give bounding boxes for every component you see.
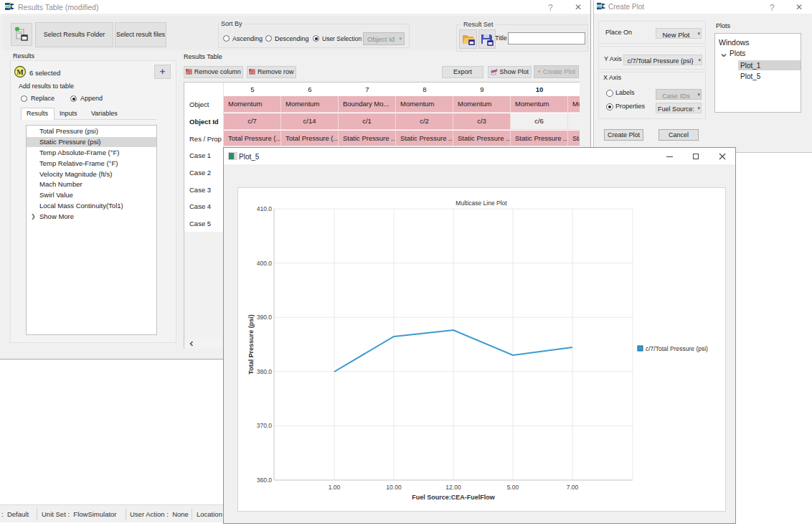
svg-text:400.0: 400.0 xyxy=(257,260,273,267)
svg-text:Multicase Line Plot: Multicase Line Plot xyxy=(455,199,507,207)
svg-text:c/7/Total Pressure (psi): c/7/Total Pressure (psi) xyxy=(646,345,708,352)
svg-text:7.00: 7.00 xyxy=(567,484,579,491)
svg-text:10.00: 10.00 xyxy=(386,484,402,491)
svg-text:5.00: 5.00 xyxy=(507,484,519,491)
svg-text:x: x xyxy=(186,68,188,72)
svg-text:x: x xyxy=(249,68,251,72)
svg-text:1.00: 1.00 xyxy=(329,484,341,491)
svg-text:12.00: 12.00 xyxy=(445,484,461,491)
svg-text:380.0: 380.0 xyxy=(257,368,273,375)
svg-text:390.0: 390.0 xyxy=(257,314,273,321)
svg-text:Fuel Source:CEA-FuelFlow: Fuel Source:CEA-FuelFlow xyxy=(412,494,496,501)
svg-text:M: M xyxy=(16,68,24,76)
svg-text:360.0: 360.0 xyxy=(257,476,273,484)
svg-text:410.0: 410.0 xyxy=(257,205,273,212)
svg-text:370.0: 370.0 xyxy=(257,422,273,429)
svg-text:Total Pressure (psi): Total Pressure (psi) xyxy=(247,314,255,374)
